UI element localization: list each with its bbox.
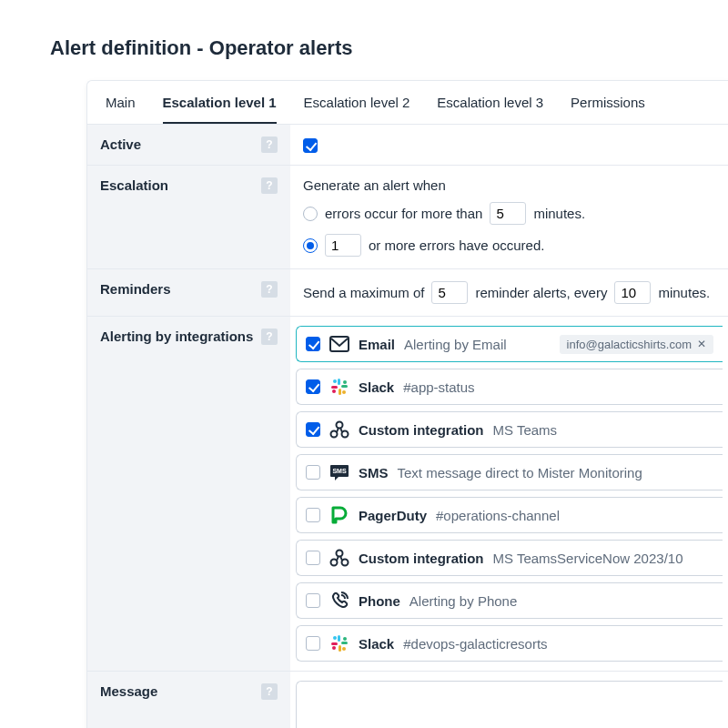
integration-checkbox[interactable] [306, 379, 320, 394]
recipient-chip[interactable]: info@galacticshirts.com✕ [560, 335, 713, 354]
label-message: Message ? [87, 672, 290, 728]
integration-item-phone-6[interactable]: PhoneAlerting by Phone [296, 582, 723, 619]
escalation-minutes-input[interactable] [490, 202, 526, 225]
label-integrations: Alerting by integrations ? [87, 317, 290, 671]
message-textarea[interactable] [296, 681, 723, 728]
integration-checkbox[interactable] [306, 508, 320, 522]
integration-item-custom-2[interactable]: Custom integrationMS Teams [296, 411, 723, 448]
row-integrations: Alerting by integrations ? EmailAlerting… [87, 317, 728, 672]
integration-hint: MS Teams [493, 422, 558, 438]
integration-name: Slack [359, 379, 394, 395]
integration-hint: Text message direct to Mister Monitoring [398, 465, 642, 480]
slack-icon [329, 377, 349, 397]
integration-item-sms-3[interactable]: SMSSMSText message direct to Mister Moni… [296, 454, 723, 490]
integration-item-pagerduty-4[interactable]: PagerDuty#operations-channel [296, 497, 723, 533]
svg-rect-17 [338, 635, 340, 642]
integration-item-custom-5[interactable]: Custom integrationMS TeamsServiceNow 202… [296, 540, 723, 576]
recipient-chip-text: info@galacticshirts.com [567, 338, 692, 351]
tab-main[interactable]: Main [106, 81, 136, 124]
svg-rect-1 [338, 379, 340, 385]
integration-name: Phone [359, 593, 400, 609]
field-escalation: Generate an alert when errors occur for … [290, 166, 728, 268]
integration-checkbox[interactable] [306, 422, 320, 437]
tab-permissions[interactable]: Permissions [571, 81, 645, 124]
integration-checkbox[interactable] [306, 593, 320, 608]
active-checkbox[interactable] [303, 138, 318, 153]
integration-checkbox[interactable] [306, 337, 320, 351]
escalation-opt1-pre: errors occur for more than [325, 206, 482, 221]
pagerduty-icon [329, 505, 349, 525]
svg-rect-19 [339, 645, 341, 652]
svg-point-5 [333, 379, 337, 383]
integration-name: Custom integration [359, 551, 484, 566]
sms-icon: SMS [329, 462, 349, 482]
escalation-errors-input[interactable] [325, 234, 361, 257]
svg-point-16 [337, 551, 343, 557]
close-icon[interactable]: ✕ [697, 338, 706, 350]
email-icon [329, 334, 349, 354]
field-reminders: Send a maximum of reminder alerts, every… [290, 269, 728, 316]
integration-hint: #app-status [403, 379, 474, 395]
custom-icon [329, 420, 349, 440]
settings-panel: MainEscalation level 1Escalation level 2… [86, 80, 728, 728]
svg-point-7 [342, 390, 346, 394]
help-icon[interactable]: ? [261, 136, 278, 153]
svg-point-24 [332, 646, 336, 650]
slack-icon [329, 633, 349, 653]
integration-hint: #devops-galacticresorts [403, 636, 547, 652]
integration-checkbox[interactable] [306, 551, 320, 565]
svg-text:SMS: SMS [332, 468, 347, 474]
row-message: Message ? [87, 672, 728, 728]
integration-hint: MS TeamsServiceNow 2023/10 [493, 551, 683, 566]
escalation-opt2-post: or more errors have occured. [369, 238, 544, 253]
svg-rect-13 [333, 519, 336, 523]
svg-point-23 [342, 647, 346, 651]
tab-escalation-level-1[interactable]: Escalation level 1 [163, 81, 277, 124]
integration-item-email-0[interactable]: EmailAlerting by Emailinfo@galacticshirt… [296, 326, 723, 362]
field-active [290, 125, 728, 165]
escalation-intro: Generate an alert when [303, 177, 715, 193]
custom-icon [329, 548, 349, 568]
integration-item-slack-1[interactable]: Slack#app-status [296, 369, 723, 405]
escalation-radio-minutes[interactable] [303, 207, 318, 221]
row-escalation: Escalation ? Generate an alert when erro… [87, 166, 728, 269]
svg-point-22 [343, 637, 347, 641]
integration-name: PagerDuty [359, 508, 427, 523]
integration-item-slack-7[interactable]: Slack#devops-galacticresorts [296, 625, 723, 662]
integration-hint: #operations-channel [436, 508, 560, 523]
integration-hint: Alerting by Phone [410, 593, 517, 609]
integration-name: Custom integration [359, 422, 484, 438]
tab-escalation-level-2[interactable]: Escalation level 2 [304, 81, 410, 124]
svg-rect-4 [331, 386, 338, 389]
reminders-count-input[interactable] [431, 281, 468, 304]
svg-rect-18 [341, 642, 348, 644]
row-active: Active ? [87, 125, 728, 166]
help-icon[interactable]: ? [261, 683, 278, 700]
integration-checkbox[interactable] [306, 636, 320, 651]
reminders-pre: Send a maximum of [303, 285, 424, 300]
help-icon[interactable]: ? [261, 329, 278, 345]
tab-escalation-level-3[interactable]: Escalation level 3 [437, 81, 543, 124]
field-integrations: EmailAlerting by Emailinfo@galacticshirt… [290, 317, 728, 671]
phone-icon [329, 591, 349, 611]
row-reminders: Reminders ? Send a maximum of reminder a… [87, 269, 728, 317]
escalation-radio-errors[interactable] [303, 238, 318, 253]
reminders-interval-input[interactable] [614, 281, 651, 304]
svg-rect-0 [330, 337, 349, 351]
help-icon[interactable]: ? [261, 177, 278, 194]
svg-rect-2 [341, 385, 348, 388]
reminders-post: minutes. [658, 285, 710, 300]
reminders-mid: reminder alerts, every [475, 285, 607, 300]
svg-rect-20 [331, 642, 338, 645]
svg-point-8 [332, 389, 336, 393]
help-icon[interactable]: ? [261, 281, 278, 298]
integration-hint: Alerting by Email [404, 337, 507, 352]
svg-rect-3 [339, 389, 341, 395]
integration-name: Slack [359, 636, 394, 652]
svg-point-11 [337, 422, 343, 429]
label-reminders: Reminders ? [87, 269, 290, 316]
page-title: Alert definition - Operator alerts [50, 36, 728, 60]
integration-name: SMS [359, 465, 389, 480]
svg-point-21 [333, 636, 337, 640]
integration-checkbox[interactable] [306, 465, 320, 480]
